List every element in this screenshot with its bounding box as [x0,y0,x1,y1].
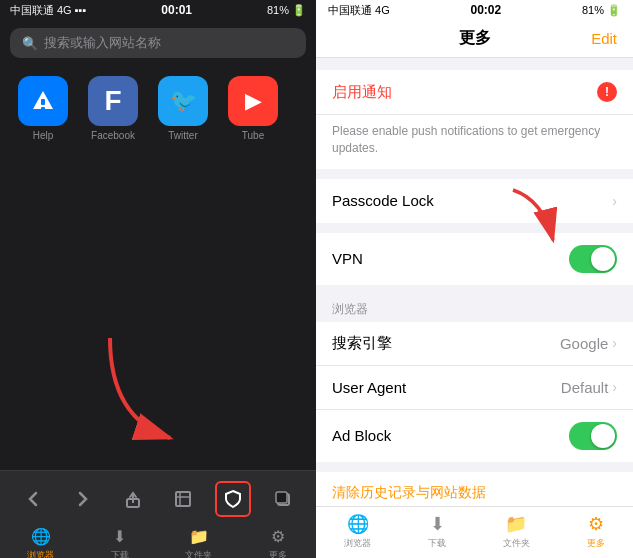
shield-icon [223,489,243,509]
tab-browser-left[interactable]: 🌐 浏览器 [27,525,54,558]
battery-icon-left: 🔋 [292,4,306,17]
search-engine-label: 搜索引擎 [332,334,392,353]
app-facebook[interactable]: F Facebook [84,76,142,141]
user-agent-value: Default › [561,379,617,396]
right-panel: 中国联通 4G 00:02 81% 🔋 更多 Edit 启用通知 ! [316,0,633,558]
user-agent-item[interactable]: User Agent Default › [316,366,633,410]
passcode-chevron-icon: › [612,193,617,209]
app-youtube-label: Tube [242,130,264,141]
network-left: 4G [57,4,72,16]
folder-tab-label: 文件夹 [185,549,212,558]
more-tab-icon: ⚙ [267,525,289,547]
folder-tab-icon: 📁 [188,525,210,547]
right-folder-label: 文件夹 [503,537,530,550]
search-icon: 🔍 [22,36,38,51]
tabs-icon [273,489,293,509]
search-engine-chevron: › [612,335,617,351]
search-engine-item[interactable]: 搜索引擎 Google › [316,322,633,366]
clear-history-link[interactable]: 清除历史记录与网站数据 [316,472,633,506]
left-panel: 中国联通 4G ▪▪▪ 00:01 81% 🔋 🔍 搜索或输入网站名称 Help [0,0,316,558]
tab-more-left[interactable]: ⚙ 更多 [267,525,289,558]
svg-rect-10 [276,492,287,503]
user-agent-chevron: › [612,379,617,395]
forward-button[interactable] [65,481,101,517]
search-engine-value: Google › [560,335,617,352]
ad-block-label: Ad Block [332,427,391,444]
shield-button[interactable] [215,481,251,517]
browser-group: 搜索引擎 Google › User Agent Default › Ad Bl… [316,322,633,462]
app-twitter[interactable]: 🐦 Twitter [154,76,212,141]
bottom-toolbar: 🌐 浏览器 ⬇ 下载 📁 文件夹 ⚙ 更多 [0,470,316,558]
toolbar-icons-row [0,471,316,521]
red-arrow-svg-left [80,318,200,458]
arrow-indicator-left [80,318,200,458]
battery-left: 81% [267,4,289,16]
notification-row: 启用通知 ! [316,70,633,115]
svg-rect-6 [176,492,190,506]
forward-icon [73,489,93,509]
vpn-toggle[interactable] [569,245,617,273]
back-icon [23,489,43,509]
browser-tab-label: 浏览器 [27,549,54,558]
help-icon-svg [29,87,57,115]
youtube-icon-bg: ▶ [228,76,278,126]
bookmarks-icon [173,489,193,509]
bookmarks-button[interactable] [165,481,201,517]
user-agent-current: Default [561,379,609,396]
app-icons-row: Help F Facebook 🐦 Twitter ▶ Tube [0,66,316,151]
right-tab-download[interactable]: ⬇ 下载 [428,513,446,550]
edit-button[interactable]: Edit [591,30,617,47]
right-browser-label: 浏览器 [344,537,371,550]
app-help[interactable]: Help [14,76,72,141]
battery-info-left: 81% 🔋 [267,4,306,17]
tab-folder-left[interactable]: 📁 文件夹 [185,525,212,558]
browser-section-label: 浏览器 [316,295,633,322]
back-button[interactable] [15,481,51,517]
signal-icon: ▪▪▪ [75,4,87,16]
notification-error-badge: ! [597,82,617,102]
facebook-icon-bg: F [88,76,138,126]
status-bar-left: 中国联通 4G ▪▪▪ 00:01 81% 🔋 [0,0,316,20]
help-icon-bg [18,76,68,126]
right-download-icon: ⬇ [430,513,445,535]
bottom-tabs-left: 🌐 浏览器 ⬇ 下载 📁 文件夹 ⚙ 更多 [0,521,316,558]
page-title: 更多 [459,28,491,49]
passcode-lock-item[interactable]: Passcode Lock › [316,179,633,223]
download-tab-icon: ⬇ [109,525,131,547]
search-placeholder: 搜索或输入网站名称 [44,34,161,52]
search-bar[interactable]: 🔍 搜索或输入网站名称 [10,28,306,58]
twitter-icon-bg: 🐦 [158,76,208,126]
battery-icon-right: 🔋 [607,4,621,16]
ad-block-toggle[interactable] [569,422,617,450]
right-panel-wrapper: 中国联通 4G 00:02 81% 🔋 更多 Edit 启用通知 ! [316,0,633,558]
app-youtube[interactable]: ▶ Tube [224,76,282,141]
tab-download-left[interactable]: ⬇ 下载 [109,525,131,558]
bottom-tabs-right: 🌐 浏览器 ⬇ 下载 📁 文件夹 ⚙ 更多 [316,506,633,558]
notification-section: 启用通知 ! Please enable push notifications … [316,70,633,169]
passcode-group: Passcode Lock › [316,179,633,223]
settings-content: 启用通知 ! Please enable push notifications … [316,58,633,506]
svg-rect-2 [41,107,45,110]
download-tab-label: 下载 [111,549,129,558]
right-tab-browser[interactable]: 🌐 浏览器 [344,513,371,550]
ad-block-toggle-knob [591,424,615,448]
right-more-label: 更多 [587,537,605,550]
notification-label: 启用通知 [332,83,392,102]
right-tab-folder[interactable]: 📁 文件夹 [503,513,530,550]
more-tab-label: 更多 [269,549,287,558]
share-button[interactable] [115,481,151,517]
carrier-info-left: 中国联通 4G ▪▪▪ [10,3,86,18]
time-left: 00:01 [161,3,192,17]
right-browser-icon: 🌐 [347,513,369,535]
right-more-icon: ⚙ [588,513,604,535]
battery-right: 81% 🔋 [582,4,621,17]
carrier-right: 中国联通 4G [328,3,390,18]
passcode-chevron: › [612,193,617,209]
right-tab-more[interactable]: ⚙ 更多 [587,513,605,550]
notification-description: Please enable push notifications to get … [316,115,633,169]
tabs-button[interactable] [265,481,301,517]
twitter-icon-bird: 🐦 [170,88,197,114]
vpn-group: VPN [316,233,633,285]
facebook-icon-letter: F [104,85,121,117]
vpn-label: VPN [332,250,363,267]
